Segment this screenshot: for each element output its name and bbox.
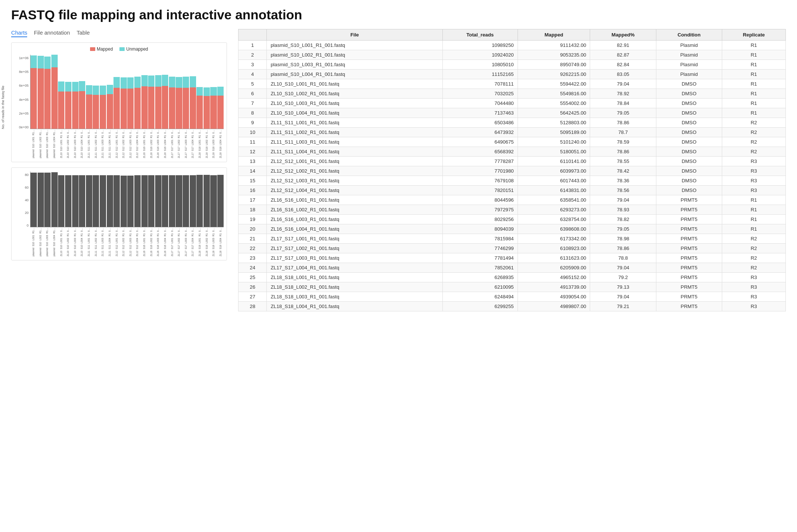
pct-bar-segment <box>93 175 99 227</box>
table-cell-6: R1 <box>722 79 785 89</box>
table-cell-3: 6398608.00 <box>518 224 590 234</box>
table-cell-1: ZL16_S16_L004_R1_001.fastq <box>267 224 442 234</box>
table-cell-3: 9111432.00 <box>518 41 590 50</box>
table-cell-3: 4965152.00 <box>518 273 590 282</box>
pct-bar-segment <box>141 175 148 227</box>
bar-group <box>162 55 168 129</box>
pct-bar-segment <box>65 175 71 227</box>
table-cell-4: 79.04 <box>590 292 656 302</box>
table-cell-0: 21 <box>239 234 267 244</box>
bar-group <box>107 55 113 129</box>
table-cell-5: PRMT5 <box>656 195 722 205</box>
bar-segment-mapped <box>31 68 37 129</box>
table-cell-2: 10805010 <box>442 60 518 70</box>
table-cell-1: ZL18_S18_L002_R1_001.fastq <box>267 282 442 292</box>
table-cell-3: 6173342.00 <box>518 234 590 244</box>
table-cell-0: 26 <box>239 282 267 292</box>
bar-segment-mapped <box>141 86 148 129</box>
table-cell-4: 78.86 <box>590 244 656 253</box>
pct-x-label: ZL10_S10_L004_R1_001.fastq <box>79 227 85 257</box>
pct-x-label: ZL11_S11_L001_R1_001.fastq <box>86 227 92 257</box>
pct-bar-segment <box>44 173 51 227</box>
pct-x-label: ZL12_S12_L001_R1_001.fastq <box>113 227 120 257</box>
table-cell-1: ZL16_S16_L003_R1_001.fastq <box>267 215 442 224</box>
ytick-2e5: 2e+05 <box>19 112 29 115</box>
table-header-row: File Total_reads Mapped Mapped% Conditio… <box>239 29 786 41</box>
pct-bar-group <box>162 172 168 227</box>
x-label: plasmid_S10_L003_R1_001.fastq <box>44 129 50 159</box>
pct-bar-segment <box>217 175 224 227</box>
table-cell-4: 83.05 <box>590 70 656 79</box>
x-label: ZL10_S10_L003_R1_001.fastq <box>72 129 78 159</box>
table-cell-2: 6568392 <box>442 147 518 157</box>
pct-bar-segment <box>51 172 58 227</box>
table-cell-1: plasmid_S10_L002_R1_001.fastq <box>267 50 442 60</box>
table-row: 7ZL10_S10_L003_R1_001.fastq7044480555400… <box>239 99 786 108</box>
pct-bar-segment <box>210 175 217 227</box>
bar-segment-mapped <box>58 92 64 129</box>
pct-bar-group <box>169 172 175 227</box>
tabs-bar: Charts File annotation Table <box>11 29 227 37</box>
ytick-0pct: 0 <box>27 224 29 227</box>
y-axis-label-1: No. of reads in the fastq file <box>1 55 5 129</box>
bar-group <box>155 55 161 129</box>
table-cell-2: 7078111 <box>442 79 518 89</box>
bar-group <box>134 55 141 129</box>
pct-bar-segment <box>31 173 37 227</box>
table-cell-6: R1 <box>722 108 785 118</box>
table-cell-4: 79.05 <box>590 108 656 118</box>
table-cell-0: 8 <box>239 108 267 118</box>
pct-bar-segment <box>121 176 127 227</box>
table-row: 24ZL17_S17_L004_R1_001.fastq785206162059… <box>239 263 786 273</box>
pct-bar-group <box>44 172 51 227</box>
bar-segment-unmapped <box>93 86 99 95</box>
table-cell-1: plasmid_S10_L004_R1_001.fastq <box>267 70 442 79</box>
pct-bar-group <box>141 172 148 227</box>
table-cell-5: DMSO <box>656 186 722 195</box>
percent-bars-area <box>30 172 224 227</box>
table-cell-0: 18 <box>239 205 267 215</box>
table-cell-3: 6017443.00 <box>518 176 590 186</box>
pct-x-label: ZL17_S17_L003_R1_001.fastq <box>183 227 189 257</box>
bar-segment-mapped <box>183 88 189 129</box>
bar-segment-mapped <box>44 69 51 129</box>
tab-charts[interactable]: Charts <box>11 29 27 37</box>
table-cell-0: 9 <box>239 118 267 128</box>
pct-x-label: ZL18_S18_L001_R1_001.fastq <box>196 227 203 257</box>
table-cell-2: 7815984 <box>442 234 518 244</box>
bar-group <box>93 55 99 129</box>
table-cell-2: 10924020 <box>442 50 518 60</box>
table-cell-6: R2 <box>722 263 785 273</box>
table-row: 9ZL11_S11_L001_R1_001.fastq6503486512880… <box>239 118 786 128</box>
table-row: 21ZL17_S17_L001_R1_001.fastq781598461733… <box>239 234 786 244</box>
pct-x-label: ZL11_S11_L003_R1_001.fastq <box>99 227 106 257</box>
tab-table[interactable]: Table <box>77 29 90 37</box>
table-cell-2: 7137463 <box>442 108 518 118</box>
table-cell-2: 7781494 <box>442 253 518 263</box>
bar-segment-unmapped <box>38 56 44 68</box>
table-row: 6ZL10_S10_L002_R1_001.fastq7032025554981… <box>239 89 786 99</box>
left-panel: Charts File annotation Table Mapped Unma… <box>11 29 227 266</box>
table-cell-1: ZL18_S18_L001_R1_001.fastq <box>267 273 442 282</box>
table-cell-3: 6293273.00 <box>518 205 590 215</box>
bar-segment-mapped <box>162 86 168 129</box>
pct-x-label: ZL12_S12_L004_R1_001.fastq <box>134 227 140 257</box>
table-cell-0: 12 <box>239 147 267 157</box>
chart-legend: Mapped Unmapped <box>15 47 224 52</box>
tab-file-annotation[interactable]: File annotation <box>34 29 70 37</box>
ytick-1e6: 1e+06 <box>19 56 29 60</box>
table-cell-6: R1 <box>722 224 785 234</box>
table-cell-6: R1 <box>722 99 785 108</box>
table-cell-0: 10 <box>239 128 267 137</box>
table-cell-2: 6490675 <box>442 137 518 147</box>
pct-bar-group <box>148 172 154 227</box>
table-cell-2: 6503486 <box>442 118 518 128</box>
table-cell-3: 5642425.00 <box>518 108 590 118</box>
table-cell-6: R1 <box>722 60 785 70</box>
bar-group <box>176 55 182 129</box>
table-cell-0: 17 <box>239 195 267 205</box>
table-row: 4plasmid_S10_L004_R1_001.fastq1115216592… <box>239 70 786 79</box>
table-cell-5: PRMT5 <box>656 205 722 215</box>
pct-bar-segment <box>113 175 120 227</box>
table-cell-1: ZL10_S10_L003_R1_001.fastq <box>267 99 442 108</box>
